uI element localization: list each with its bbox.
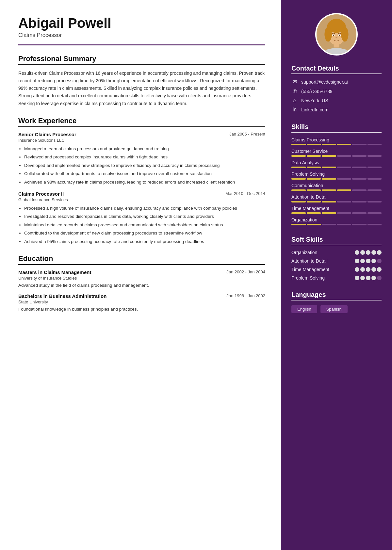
skill-segment: [291, 201, 306, 202]
resume-container: Abigail Powell Claims Processor Professi…: [0, 0, 392, 550]
skill-segment: [368, 144, 382, 145]
language-tags: EnglishSpanish: [291, 305, 382, 313]
contact-email: ✉ support@cvdesigner.ai: [291, 79, 382, 85]
skill-item: Problem Solving: [291, 171, 382, 180]
skill-bar-0: [291, 144, 382, 145]
skill-segment: [322, 201, 336, 202]
skill-bar-3: [291, 178, 382, 180]
soft-skill-dot: [355, 250, 359, 255]
skill-segment: [337, 155, 351, 157]
skill-segment: [337, 189, 351, 191]
language-tag-english: English: [291, 305, 317, 313]
skill-segment: [368, 178, 382, 180]
job-title-0: Senior Claims Processor: [18, 132, 76, 137]
soft-skills-section: Soft Skills Organization Attention to De…: [281, 236, 392, 284]
education-list: Masters in Claims Management Jan 2002 - …: [18, 269, 265, 313]
skill-label-5: Attention to Detail: [291, 194, 382, 200]
skill-segment: [307, 144, 321, 145]
job-bullet: Reviewed and processed complex insurance…: [24, 154, 265, 161]
soft-skills-list: Organization Attention to Detail Time Ma…: [291, 250, 382, 281]
contact-section-title: Contact Details: [291, 65, 382, 74]
name-title-block: Abigail Powell Claims Processor: [18, 16, 265, 39]
avatar: [315, 13, 358, 56]
edu-school-1: State University: [18, 299, 265, 304]
soft-skill-dot: [360, 276, 365, 280]
skill-segment: [322, 212, 336, 214]
job-entry: Senior Claims Processor Jan 2005 - Prese…: [18, 132, 265, 186]
skills-section-title: Skills: [291, 123, 382, 133]
skill-segment: [291, 144, 306, 145]
soft-skill-dot: [366, 259, 370, 263]
contact-phone: ✆ (555) 345-6789: [291, 88, 382, 94]
skill-item: Time Management: [291, 206, 382, 214]
skill-segment: [352, 178, 367, 180]
skill-segment: [322, 189, 336, 191]
skill-item: Organization: [291, 217, 382, 225]
languages-section: Languages EnglishSpanish: [281, 291, 392, 313]
skill-label-0: Claims Processing: [291, 137, 382, 142]
header-divider: [18, 44, 265, 45]
skill-segment: [307, 224, 321, 225]
skill-bar-7: [291, 224, 382, 225]
job-bullets-1: Processed a high volume of insurance cla…: [24, 205, 265, 245]
edu-entry: Masters in Claims Management Jan 2002 - …: [18, 269, 265, 289]
skill-item: Communication: [291, 183, 382, 191]
skill-segment: [368, 189, 382, 191]
svg-point-10: [333, 35, 334, 36]
soft-skill-dot: [360, 250, 365, 255]
svg-point-12: [335, 37, 337, 38]
phone-icon: ✆: [291, 88, 298, 94]
soft-skill-dot: [377, 267, 382, 272]
skill-segment: [352, 224, 367, 225]
skills-section: Skills Claims Processing Customer Servic…: [281, 123, 392, 229]
job-bullet: Processed a high volume of insurance cla…: [24, 205, 265, 212]
skill-segment: [307, 178, 321, 180]
skill-segment: [368, 224, 382, 225]
svg-point-5: [341, 27, 349, 41]
skill-segment: [322, 155, 336, 157]
skill-segment: [337, 201, 351, 202]
soft-skill-dot: [355, 259, 359, 263]
job-bullet: Collaborated with other departments to r…: [24, 170, 265, 177]
skill-segment: [352, 201, 367, 202]
summary-text: Results-driven Claims Processor with 16 …: [18, 70, 265, 107]
soft-skill-dot: [366, 267, 370, 272]
job-bullets-0: Managed a team of claims processors and …: [24, 145, 265, 186]
skill-bar-5: [291, 201, 382, 202]
skill-segment: [368, 212, 382, 214]
soft-skill-label-1: Attention to Detail: [291, 258, 355, 264]
soft-skill-dot: [360, 259, 365, 263]
avatar-image: [317, 13, 356, 56]
skill-segment: [291, 178, 306, 180]
summary-section: Professional Summary Results-driven Clai…: [18, 55, 265, 107]
education-section: Education Masters in Claims Management J…: [18, 254, 265, 313]
email-icon: ✉: [291, 79, 298, 85]
skill-label-3: Problem Solving: [291, 171, 382, 177]
candidate-name: Abigail Powell: [18, 16, 265, 31]
skill-segment: [291, 189, 306, 191]
skill-segment: [307, 189, 321, 191]
skills-list: Claims Processing Customer Service Data …: [291, 137, 382, 225]
work-experience-section: Work Experience Senior Claims Processor …: [18, 117, 265, 245]
job-entry: Claims Processor II Mar 2010 - Dec 2014 …: [18, 191, 265, 245]
soft-skill-dot: [377, 250, 382, 255]
soft-skill-label-3: Problem Solving: [291, 275, 355, 281]
skill-segment: [307, 212, 321, 214]
job-bullet: Achieved a 98% accuracy rate in claims p…: [24, 179, 265, 186]
edu-dates-0: Jan 2002 - Jan 2004: [226, 269, 265, 274]
skill-bar-4: [291, 189, 382, 191]
skill-segment: [291, 167, 306, 168]
right-column: Contact Details ✉ support@cvdesigner.ai …: [281, 0, 392, 550]
skill-label-4: Communication: [291, 183, 382, 188]
soft-skill-row: Time Management: [291, 267, 382, 272]
skill-label-1: Customer Service: [291, 149, 382, 154]
svg-point-11: [339, 35, 340, 36]
skill-segment: [368, 201, 382, 202]
soft-skill-row: Problem Solving: [291, 275, 382, 281]
skill-segment: [291, 224, 306, 225]
skill-segment: [322, 144, 336, 145]
edu-school-0: University of Insurance Studies: [18, 276, 265, 281]
job-company-0: Insurance Solutions LLC: [18, 138, 265, 143]
soft-skill-row: Organization: [291, 250, 382, 255]
skill-segment: [307, 155, 321, 157]
